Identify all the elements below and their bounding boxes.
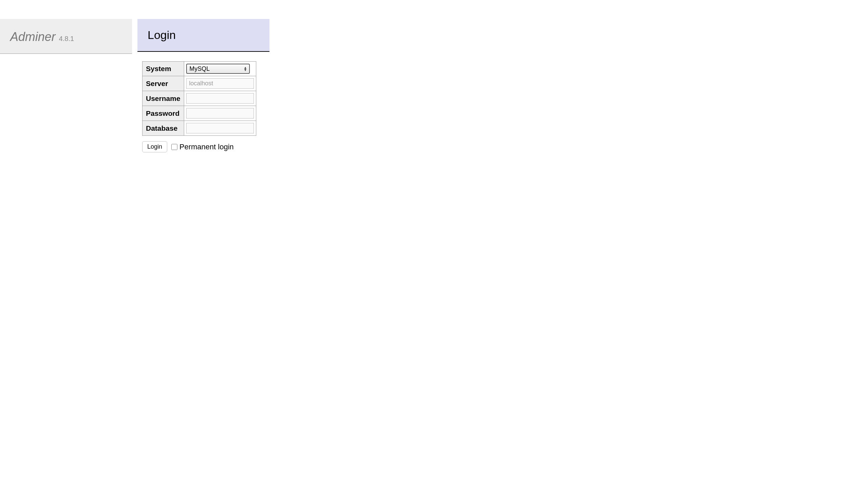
label-server: Server (143, 76, 184, 91)
login-table: System MySQL ▲▼ Server (142, 61, 256, 136)
row-system: System MySQL ▲▼ (143, 62, 256, 76)
permanent-login-text: Permanent login (179, 143, 234, 151)
label-username: Username (143, 91, 184, 106)
permanent-login-label[interactable]: Permanent login (171, 143, 234, 151)
row-username: Username (143, 91, 256, 106)
row-password: Password (143, 106, 256, 121)
app-title: Adminer 4.8.1 (10, 30, 122, 44)
app-version: 4.8.1 (59, 35, 74, 42)
row-database: Database (143, 121, 256, 136)
login-button[interactable] (142, 141, 167, 152)
page-header: Login (137, 19, 269, 52)
sidebar: Adminer 4.8.1 (0, 19, 132, 54)
label-system: System (143, 62, 184, 76)
database-input[interactable] (186, 123, 254, 133)
form-actions: Permanent login (142, 141, 868, 152)
main-content: Login System MySQL ▲▼ Serve (132, 0, 868, 152)
login-form: System MySQL ▲▼ Server (142, 61, 868, 152)
system-select[interactable]: MySQL (186, 64, 250, 74)
password-input[interactable] (186, 108, 254, 119)
label-password: Password (143, 106, 184, 121)
username-input[interactable] (186, 93, 254, 104)
permanent-login-checkbox[interactable] (171, 144, 177, 150)
row-server: Server (143, 76, 256, 91)
app-name: Adminer (10, 30, 56, 44)
server-input[interactable] (186, 78, 254, 89)
page-title: Login (148, 28, 259, 42)
label-database: Database (143, 121, 184, 136)
